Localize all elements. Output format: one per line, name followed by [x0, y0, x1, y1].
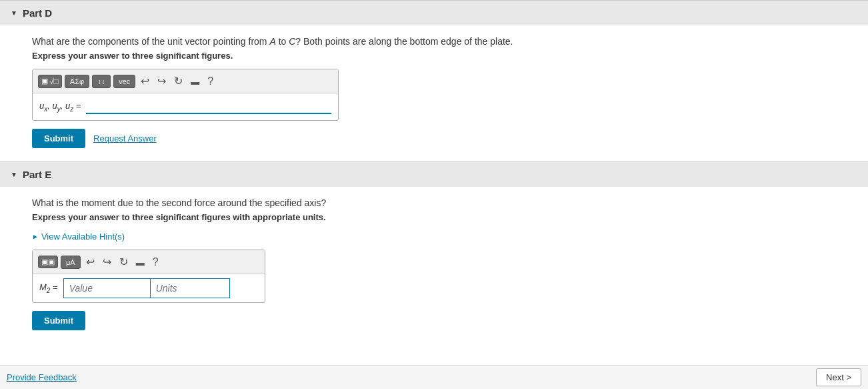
part-d-title: Part D — [23, 7, 52, 19]
part-d-header[interactable]: ▼ Part D — [0, 1, 868, 25]
provide-feedback-link[interactable]: Provide Feedback — [7, 372, 77, 382]
refresh-icon: ↻ — [119, 256, 128, 268]
keyboard-icon: ▬ — [136, 258, 145, 268]
part-d-toolbar: ▣√□ ΑΣφ ↕↕ vec ↩ ↪ — [33, 69, 338, 93]
part-d-question: What are the components of the unit vect… — [32, 36, 836, 47]
keyboard-icon: ▬ — [191, 77, 199, 87]
part-e-refresh-btn[interactable]: ↻ — [117, 254, 131, 270]
hint-link-label: View Available Hint(s) — [41, 232, 125, 242]
refresh-icon: ↻ — [174, 75, 183, 87]
redo-icon: ↪ — [103, 256, 111, 268]
part-e-value-units-row: M2 = — [33, 274, 265, 302]
mu-icon: μA — [66, 258, 75, 266]
part-e-redo-btn[interactable]: ↪ — [100, 254, 114, 270]
part-e-hint-link[interactable]: ► View Available Hint(s) — [32, 232, 125, 242]
part-d-editor-box: ▣√□ ΑΣφ ↕↕ vec ↩ ↪ — [32, 69, 339, 121]
part-d-redo-btn[interactable]: ↪ — [155, 73, 169, 89]
next-button[interactable]: Next > — [816, 368, 861, 386]
updown-icon: ↕↕ — [98, 77, 105, 85]
part-d-toolbar-greek-btn[interactable]: ΑΣφ — [65, 75, 89, 88]
part-d-toolbar-arrow-btn[interactable]: ↕↕ — [92, 75, 111, 88]
part-e-editor-box: ▣▣ μA ↩ ↪ ↻ ▬ — [32, 250, 265, 303]
part-d-request-answer-button[interactable]: Request Answer — [93, 133, 157, 143]
part-d-collapse-arrow: ▼ — [11, 9, 17, 17]
grid-icon: ▣▣ — [41, 258, 55, 266]
part-e-toolbar-matrix-btn[interactable]: ▣▣ — [38, 256, 58, 268]
part-d-answer-input[interactable] — [86, 99, 331, 114]
part-d-input-label: ux, uy, uz = — [39, 101, 81, 113]
part-d-section: ▼ Part D What are the components of the … — [0, 0, 868, 161]
greek-icon: ΑΣφ — [70, 77, 84, 85]
part-d-body: What are the components of the unit vect… — [0, 25, 868, 161]
undo-icon: ↩ — [141, 75, 149, 87]
part-e-m2-label: M2 = — [39, 282, 58, 294]
part-d-toolbar-vec-btn[interactable]: vec — [113, 75, 135, 88]
part-e-keyboard-btn[interactable]: ▬ — [133, 255, 147, 270]
part-d-refresh-btn[interactable]: ↻ — [171, 73, 185, 89]
part-e-value-input[interactable] — [63, 278, 150, 298]
redo-icon: ↪ — [157, 75, 166, 87]
part-d-actions: Submit Request Answer — [32, 129, 836, 148]
part-d-undo-btn[interactable]: ↩ — [138, 73, 152, 89]
undo-icon: ↩ — [86, 256, 95, 268]
part-e-title: Part E — [23, 169, 51, 180]
part-e-units-input[interactable] — [150, 278, 230, 298]
part-d-help-btn[interactable]: ? — [205, 74, 216, 89]
page-wrapper: ▼ Part D What are the components of the … — [0, 0, 868, 389]
part-e-toolbar: ▣▣ μA ↩ ↪ ↻ ▬ — [33, 250, 265, 274]
part-e-actions: Submit — [32, 311, 836, 330]
page-footer: Provide Feedback Next > — [0, 365, 868, 389]
part-e-body: What is the moment due to the second for… — [0, 187, 868, 344]
part-d-instruction: Express your answer to three significant… — [32, 51, 836, 61]
part-e-submit-button[interactable]: Submit — [32, 311, 85, 330]
part-d-keyboard-btn[interactable]: ▬ — [188, 74, 202, 89]
part-e-header[interactable]: ▼ Part E — [0, 162, 868, 187]
part-d-submit-button[interactable]: Submit — [32, 129, 85, 148]
part-e-help-btn[interactable]: ? — [150, 255, 161, 270]
part-e-undo-btn[interactable]: ↩ — [83, 254, 97, 270]
help-icon: ? — [207, 75, 213, 87]
part-d-toolbar-matrix-btn[interactable]: ▣√□ — [38, 75, 62, 88]
help-icon: ? — [153, 256, 159, 268]
part-e-collapse-arrow: ▼ — [11, 171, 17, 178]
hint-arrow-icon: ► — [32, 233, 39, 240]
part-e-section: ▼ Part E What is the moment due to the s… — [0, 161, 868, 344]
part-e-question: What is the moment due to the second for… — [32, 198, 836, 208]
matrix-icon: ▣ — [41, 77, 48, 85]
vec-icon: vec — [119, 77, 130, 85]
part-e-instruction: Express your answer to three significant… — [32, 212, 836, 222]
part-e-toolbar-mu-btn[interactable]: μA — [61, 256, 81, 269]
sqrt-icon: √□ — [49, 77, 59, 86]
part-d-input-area: ux, uy, uz = — [33, 93, 338, 120]
